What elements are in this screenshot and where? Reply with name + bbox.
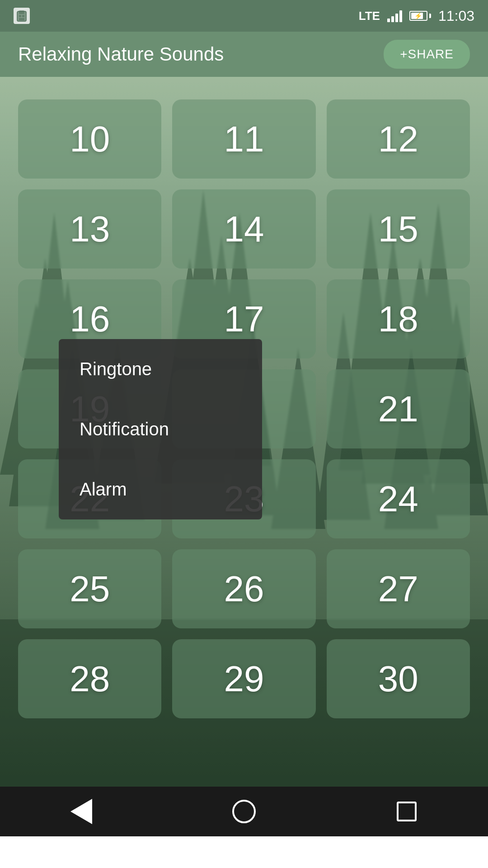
context-menu-item-ringtone[interactable]: Ringtone xyxy=(59,339,262,399)
app-header: Relaxing Nature Sounds +SHARE xyxy=(0,32,488,77)
time-display: 11:03 xyxy=(438,8,474,24)
signal-icon xyxy=(387,9,402,22)
share-button[interactable]: +SHARE xyxy=(384,40,470,69)
app-title: Relaxing Nature Sounds xyxy=(18,43,224,65)
context-menu-item-alarm[interactable]: Alarm xyxy=(59,459,262,519)
main-content: 1011121314151617181921222324252627282930… xyxy=(0,77,488,836)
status-left xyxy=(14,8,30,24)
svg-rect-3 xyxy=(22,15,24,17)
status-bar: LTE ⚡ 11:03 xyxy=(0,0,488,32)
sim-icon xyxy=(14,8,30,24)
status-right: LTE ⚡ 11:03 xyxy=(359,8,474,24)
lte-indicator: LTE xyxy=(359,9,380,23)
svg-rect-2 xyxy=(19,15,21,17)
context-menu: RingtoneNotificationAlarm xyxy=(59,339,262,519)
svg-rect-4 xyxy=(19,18,24,20)
svg-rect-1 xyxy=(19,10,24,14)
context-menu-item-notification[interactable]: Notification xyxy=(59,399,262,459)
battery-icon: ⚡ xyxy=(409,11,431,21)
